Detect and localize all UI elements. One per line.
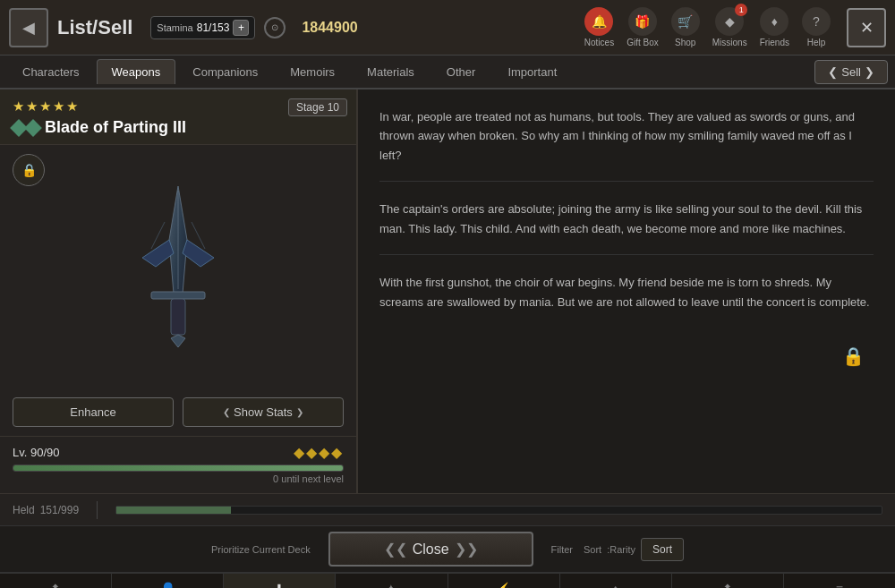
circle-icon[interactable]: ⊙ [264,17,286,38]
nav-exploration[interactable]: ⚡ Exploration [448,574,560,588]
svg-rect-2 [171,299,185,335]
currency-value: 1844900 [302,20,357,36]
tab-companions[interactable]: Companions [177,59,273,84]
next-level-text: 0 until next level [13,473,344,484]
held-value: 151/999 [40,504,79,516]
missions-badge: 1 [735,4,747,16]
giftbox-icon: 🎁 [628,7,657,36]
exp-bar [13,464,344,472]
tab-important[interactable]: Important [492,59,572,84]
weapon-display-area: 🔒 [0,145,356,388]
page-title: List/Sell [57,16,132,39]
nav-icons: 🔔 Notices 🎁 Gift Box 🛒 Shop ◆ 1 Missions… [584,7,831,47]
stats-chevron-left-icon: ❮ [223,407,230,417]
level-area: Lv. 90/90 ◆◆◆◆ 0 until next level [0,436,356,493]
nav-loadout[interactable]: 👤 Loadout [112,574,224,588]
top-bar: ◀ List/Sell Stamina 81/153 + ⊙ 1844900 🔔… [0,0,895,55]
top-icon: ⬆ [50,582,61,588]
sort-button[interactable]: Sort [641,538,684,561]
back-button[interactable]: ◀ [9,8,48,47]
nav-enhance[interactable]: ⬇ Enhance [224,574,336,588]
held-progress-bar [115,506,882,515]
giftbox-label: Gift Box [626,38,659,47]
shop-icon: 🛒 [671,7,700,36]
tab-bar: Characters Weapons Companions Memoirs Ma… [0,55,895,89]
tab-other[interactable]: Other [431,59,491,84]
svg-marker-5 [142,240,174,267]
prioritize-area: Prioritize Current Deck [211,544,311,555]
enhance-button[interactable]: Enhance [13,397,174,427]
svg-marker-3 [171,335,185,347]
tab-characters[interactable]: Characters [7,59,95,84]
svg-rect-1 [151,292,205,299]
lock-icon: 🔒 [21,163,37,177]
giftbox-nav-item[interactable]: 🎁 Gift Box [626,7,659,47]
nav-menu[interactable]: ≡ Menu [784,574,895,588]
close-chevron-right-icon: ❯❯ [455,541,478,558]
lock-bottom-area: 🔒 [379,345,874,367]
nav-quests[interactable]: ✦ Quests [336,574,448,588]
stamina-plus-button[interactable]: + [233,20,249,36]
nav-top[interactable]: ⬆ Top [0,574,112,588]
refine-dots: ◆◆◆◆ [294,444,344,461]
tab-weapons[interactable]: Weapons [97,59,176,84]
close-area: Prioritize Current Deck ❮❮ Close ❯❯ Filt… [0,525,895,572]
bottom-nav: ⬆ Top 👤 Loadout ⬇ Enhance ✦ Quests ⚡ Exp… [0,572,895,588]
loadout-icon: 👤 [160,582,175,588]
close-chevron-left-icon: ❮❮ [384,541,407,558]
exploration-icon: ⚡ [496,582,511,588]
lore-paragraph-2: The captain's orders are absolute; joini… [379,200,874,255]
status-bar: Held 151/999 [0,493,895,525]
filter-label: Filter [551,544,573,555]
weapon-name-row: Blade of Parting III [13,118,344,137]
held-label: Held [13,504,35,516]
friends-label: Friends [760,38,789,47]
main-content: Stage 10 ★★★★★ Blade of Parting III 🔒 [0,89,895,493]
svg-marker-6 [183,240,214,267]
weapon-svg [115,177,241,356]
level-text: Lv. 90/90 [13,446,60,459]
sell-chevron-icon: ❮ [828,65,838,79]
sell-chevron-right-icon: ❯ [865,65,874,79]
sort-area: Filter Sort :Rarity Sort [551,538,684,561]
sort-value: :Rarity [607,544,635,555]
tab-memoirs[interactable]: Memoirs [275,59,350,84]
weapon-image [115,177,241,356]
nav-summons[interactable]: ⬆ Summons [672,574,784,588]
enhance-icon: ⬇ [274,582,285,588]
library-icon: ↕ [612,582,618,588]
stamina-label: Stamina [157,22,192,33]
weapon-header: Stage 10 ★★★★★ Blade of Parting III [0,89,356,145]
exp-bar-fill [13,465,343,471]
missions-nav-item[interactable]: ◆ 1 Missions [712,7,747,47]
tab-materials[interactable]: Materials [352,59,430,84]
help-nav-item[interactable]: ? Help [802,7,831,47]
sell-tab[interactable]: ❮ Sell ❯ [814,60,888,84]
lock-bottom-icon: 🔒 [842,345,865,367]
close-window-button[interactable]: ✕ [847,8,886,47]
sell-label: Sell [841,65,861,79]
close-main-button[interactable]: ❮❮ Close ❯❯ [328,532,533,567]
weapon-name: Blade of Parting III [45,118,186,137]
missions-icon: ◆ 1 [715,7,744,36]
close-button-label: Close [413,541,449,558]
stamina-value: 81/153 [197,21,230,34]
level-row: Lv. 90/90 ◆◆◆◆ [13,444,344,461]
stage-badge: Stage 10 [288,98,347,116]
quests-icon: ✦ [386,582,396,588]
lore-paragraph-1: In war, people are treated not as humans… [379,107,874,182]
right-panel: In war, people are treated not as humans… [358,89,895,493]
show-stats-label: Show Stats [234,405,293,419]
sort-label: Sort [584,544,601,555]
notices-nav-item[interactable]: 🔔 Notices [584,7,614,47]
show-stats-button[interactable]: ❮ Show Stats ❯ [183,397,344,427]
help-label: Help [807,38,826,47]
friends-nav-item[interactable]: ♦ Friends [760,7,789,47]
nav-library[interactable]: ↕ Library [560,574,672,588]
shop-label: Shop [675,38,695,47]
stamina-area: Stamina 81/153 + [150,16,255,39]
shop-nav-item[interactable]: 🛒 Shop [671,7,700,47]
weapon-type-icons [13,122,39,134]
prioritize-label: Prioritize Current Deck [211,544,311,555]
lock-icon-button[interactable]: 🔒 [13,154,45,186]
